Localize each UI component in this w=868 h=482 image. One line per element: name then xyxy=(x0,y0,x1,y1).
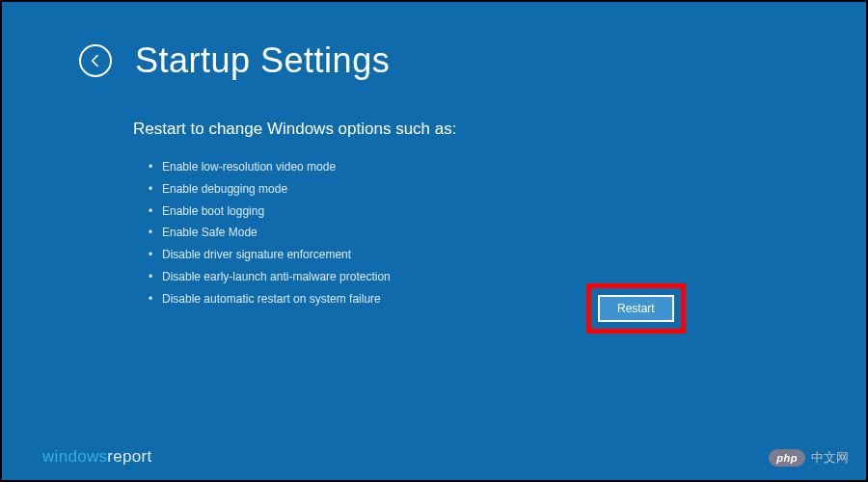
watermark-left: windowsreport xyxy=(42,447,152,467)
back-button[interactable] xyxy=(79,44,112,77)
page-title: Startup Settings xyxy=(135,40,390,81)
watermark-left-part2: report xyxy=(107,447,151,466)
header-row: Startup Settings xyxy=(79,40,866,81)
list-item: Enable Safe Mode xyxy=(149,222,866,244)
list-item: Enable low-resolution video mode xyxy=(149,156,866,178)
cn-text: 中文网 xyxy=(811,449,849,467)
restart-highlight: Restart xyxy=(586,283,686,334)
list-item: Disable automatic restart on system fail… xyxy=(149,288,866,310)
list-item: Enable boot logging xyxy=(149,201,866,223)
arrow-left-icon xyxy=(88,53,103,68)
list-item: Disable driver signature enforcement xyxy=(149,244,866,266)
restart-button[interactable]: Restart xyxy=(598,295,674,322)
subtitle-text: Restart to change Windows options such a… xyxy=(133,120,866,139)
content-area: Startup Settings Restart to change Windo… xyxy=(2,2,866,310)
php-badge: php xyxy=(769,449,805,467)
watermark-left-part1: windows xyxy=(42,447,107,466)
options-list: Enable low-resolution video mode Enable … xyxy=(149,156,866,310)
watermark-right: php 中文网 xyxy=(769,449,849,467)
list-item: Enable debugging mode xyxy=(149,178,866,201)
list-item: Disable early-launch anti-malware protec… xyxy=(149,266,866,288)
